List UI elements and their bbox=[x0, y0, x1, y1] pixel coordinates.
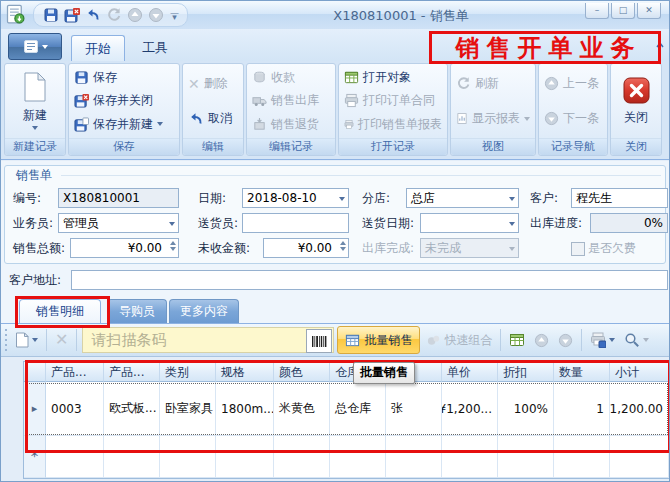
application-menu-button[interactable] bbox=[8, 33, 62, 60]
grid-cell[interactable]: ¥1,200.00 bbox=[610, 382, 669, 436]
barcode-icon[interactable] bbox=[306, 329, 332, 353]
tab-tools[interactable]: 工具 bbox=[129, 35, 181, 61]
grid-cell[interactable]: 米黄色 bbox=[274, 382, 330, 436]
date-label: 日期: bbox=[198, 188, 226, 208]
unpaid-spinner[interactable]: ¥0.00 bbox=[263, 238, 349, 258]
barcode-input[interactable] bbox=[82, 327, 334, 353]
grid-column-header[interactable]: 产品... bbox=[104, 361, 160, 382]
chevron-down-icon[interactable] bbox=[509, 222, 515, 226]
close-window-button[interactable]: ✕ bbox=[637, 3, 661, 19]
save-button[interactable]: 保存 bbox=[71, 66, 177, 89]
grid-cell[interactable] bbox=[442, 436, 498, 478]
date-combobox[interactable]: 2018-08-10 bbox=[242, 188, 349, 208]
save-new-button[interactable]: 保存并新建 bbox=[71, 113, 177, 136]
grid-cell[interactable]: ¥1,200... bbox=[442, 382, 498, 436]
tab-start[interactable]: 开始 bbox=[71, 35, 125, 62]
grid-cell[interactable] bbox=[274, 436, 330, 478]
grid-cell[interactable]: 100% bbox=[498, 382, 554, 436]
spinner-arrows-icon[interactable] bbox=[340, 241, 346, 251]
grid-cell[interactable]: 0003 bbox=[46, 382, 104, 436]
save-icon[interactable] bbox=[42, 6, 60, 24]
undo-icon[interactable] bbox=[84, 6, 102, 24]
print-save-icon bbox=[590, 332, 606, 348]
grid-cell[interactable]: 1800m... bbox=[216, 382, 274, 436]
grid-column-header[interactable]: 规格 bbox=[216, 361, 274, 382]
return-box-icon bbox=[252, 117, 267, 132]
chevron-down-icon[interactable] bbox=[609, 338, 615, 342]
chevron-down-icon bbox=[643, 338, 649, 342]
delivery-date-label: 送货日期: bbox=[362, 213, 414, 233]
address-field[interactable] bbox=[71, 270, 668, 290]
close-button[interactable]: 关闭 bbox=[623, 77, 650, 126]
grid-column-header[interactable]: 小计 bbox=[610, 361, 669, 382]
maximize-button[interactable]: □ bbox=[611, 3, 635, 19]
grid-indicator-header[interactable] bbox=[24, 361, 46, 382]
group-new-record: 新建 新建记录 bbox=[4, 63, 66, 156]
delete-row-button: ✕ bbox=[52, 328, 71, 352]
arrears-label: 是否欠费 bbox=[588, 238, 636, 258]
spinner-arrows-icon[interactable] bbox=[170, 241, 176, 251]
grid-cell[interactable] bbox=[46, 436, 104, 478]
chevron-down-icon[interactable] bbox=[32, 338, 38, 342]
grid-cell[interactable] bbox=[610, 436, 669, 478]
unpaid-label: 未收金额: bbox=[198, 238, 250, 258]
print-export-button[interactable] bbox=[587, 328, 618, 352]
open-object-button[interactable]: 打开对象 bbox=[341, 66, 445, 89]
batch-sale-button[interactable]: 批量销售 bbox=[337, 326, 420, 354]
tab-shopping-guide[interactable]: 导购员 bbox=[107, 299, 167, 323]
open-table-button[interactable] bbox=[506, 328, 528, 352]
total-spinner[interactable]: ¥0.00 bbox=[70, 238, 179, 258]
grid-cell[interactable]: 1 bbox=[554, 382, 610, 436]
customer-field[interactable] bbox=[571, 188, 668, 208]
grid-column-header[interactable]: 类别 bbox=[160, 361, 216, 382]
toolbar-grip[interactable] bbox=[5, 329, 7, 351]
grid-cell[interactable] bbox=[554, 436, 610, 478]
chevron-down-icon[interactable] bbox=[339, 197, 345, 201]
qat-customize-icon[interactable]: —▾ bbox=[170, 11, 179, 19]
grid-cell[interactable] bbox=[498, 436, 554, 478]
search-button[interactable] bbox=[621, 328, 652, 352]
group-record-nav: 上一条 下一条 记录导航 bbox=[538, 63, 608, 156]
grid-cell[interactable]: 卧室家具 bbox=[160, 382, 216, 436]
grid-cell[interactable] bbox=[160, 436, 216, 478]
salesman-label: 业务员: bbox=[13, 213, 53, 233]
save-close-icon[interactable] bbox=[63, 6, 81, 24]
salesman-combobox[interactable]: 管理员 bbox=[58, 213, 179, 233]
new-row-button[interactable] bbox=[12, 328, 41, 352]
title-bar: —▾ X180810001 - 销售单 – □ ✕ bbox=[1, 1, 669, 30]
grid-cell[interactable]: 欧式板... bbox=[104, 382, 160, 436]
delete-button: ✕ 删除 bbox=[185, 72, 241, 95]
grid-header-row: 产品...产品...类别规格颜色仓库单价折扣数量小计 bbox=[24, 361, 669, 382]
grid-new-row[interactable]: * bbox=[24, 436, 669, 478]
chevron-down-icon[interactable] bbox=[509, 197, 515, 201]
grid-cell[interactable] bbox=[104, 436, 160, 478]
delivery-date-combobox[interactable] bbox=[420, 213, 519, 233]
grid-data-row[interactable]: ▸0003欧式板...卧室家具1800m...米黄色总仓库张¥1,200...1… bbox=[24, 382, 669, 436]
grid-cell[interactable]: 张 bbox=[386, 382, 442, 436]
grid-column-header[interactable]: 颜色 bbox=[274, 361, 330, 382]
tab-more-content[interactable]: 更多内容 bbox=[169, 299, 239, 323]
save-close-button[interactable]: 保存并关闭 bbox=[71, 89, 177, 112]
new-button[interactable]: 新建 bbox=[23, 72, 47, 130]
table-icon bbox=[509, 332, 525, 348]
undo-icon bbox=[188, 111, 204, 127]
deliveryman-label: 送货员: bbox=[198, 213, 238, 233]
minimize-button[interactable]: – bbox=[585, 3, 609, 19]
chevron-down-icon bbox=[32, 126, 38, 130]
grid-column-header[interactable]: 产品... bbox=[46, 361, 104, 382]
cancel-button[interactable]: 取消 bbox=[185, 107, 241, 130]
chevron-down-icon[interactable] bbox=[169, 222, 175, 226]
grid-cell[interactable] bbox=[216, 436, 274, 478]
grid-cell[interactable] bbox=[330, 436, 386, 478]
grid-cell[interactable] bbox=[386, 436, 442, 478]
close-x-icon bbox=[623, 77, 650, 107]
grid-column-header[interactable]: 折扣 bbox=[498, 361, 554, 382]
branch-combobox[interactable]: 总店 bbox=[406, 188, 519, 208]
next-record-button: 下一条 bbox=[541, 107, 605, 130]
grid-column-header[interactable]: 数量 bbox=[554, 361, 610, 382]
deliveryman-field[interactable] bbox=[242, 213, 349, 233]
tab-sales-detail[interactable]: 销售明细 bbox=[19, 299, 101, 323]
grid-cell[interactable]: 总仓库 bbox=[330, 382, 386, 436]
grid-column-header[interactable]: 单价 bbox=[442, 361, 498, 382]
barcode-scan-area bbox=[82, 327, 334, 353]
